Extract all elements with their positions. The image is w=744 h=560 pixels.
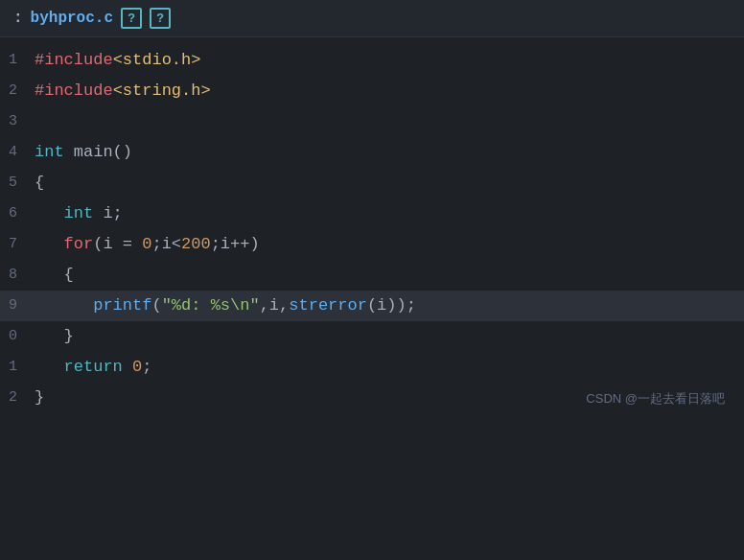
code-token xyxy=(35,296,93,315)
line-content: #include<stdio.h> xyxy=(27,45,200,76)
code-line: 5{ xyxy=(0,168,744,198)
line-number: 8 xyxy=(0,260,27,291)
line-content: return 0; xyxy=(27,352,151,383)
code-token: int xyxy=(35,143,64,161)
line-number: 1 xyxy=(0,352,27,383)
code-token: return xyxy=(64,358,123,376)
code-token: #include xyxy=(35,82,113,100)
code-token xyxy=(35,358,64,376)
code-line: 4int main() xyxy=(0,137,744,168)
code-line: 0 } xyxy=(0,321,744,352)
code-token: ;i++) xyxy=(211,235,260,253)
line-number: 9 xyxy=(0,291,27,321)
code-token: 0 xyxy=(132,358,142,376)
code-line: 2#include<string.h> xyxy=(0,76,744,106)
line-number: 3 xyxy=(0,106,27,137)
line-content: } xyxy=(27,383,44,413)
line-content: for(i = 0;i<200;i++) xyxy=(27,229,260,260)
title-filename: byhproc.c xyxy=(31,10,113,27)
code-line: 8 { xyxy=(0,260,744,291)
code-line: 9 printf("%d: %s\n",i,strerror(i)); xyxy=(0,291,744,321)
code-line: 1#include<stdio.h> xyxy=(0,45,744,76)
code-token: { xyxy=(35,266,74,284)
watermark: CSDN @一起去看日落吧 xyxy=(586,390,725,408)
code-token: #include xyxy=(35,51,113,69)
line-number: 7 xyxy=(0,229,27,260)
code-token: (i = xyxy=(93,235,142,253)
line-number: 1 xyxy=(0,45,27,76)
code-token: printf xyxy=(93,296,151,315)
code-line: 6 int i; xyxy=(0,198,744,229)
line-number: 0 xyxy=(0,321,27,352)
code-token: "%d: %s\n" xyxy=(162,296,260,315)
code-token xyxy=(35,204,64,222)
line-content: #include<string.h> xyxy=(27,76,211,106)
code-token: } xyxy=(35,388,44,407)
line-content: { xyxy=(27,168,44,198)
line-content xyxy=(27,106,35,137)
line-number: 4 xyxy=(0,137,27,168)
title-icon-2[interactable]: ? xyxy=(150,8,171,29)
line-number: 6 xyxy=(0,198,27,229)
code-token: main() xyxy=(64,143,132,161)
line-number: 2 xyxy=(0,383,27,413)
code-line: 1 return 0; xyxy=(0,352,744,383)
code-token: strerror xyxy=(289,296,367,315)
code-token: int xyxy=(64,204,94,222)
code-token: for xyxy=(64,235,94,253)
title-colon: : xyxy=(13,10,23,27)
code-token: 200 xyxy=(181,235,211,253)
code-token: ; xyxy=(142,358,151,376)
line-number: 5 xyxy=(0,168,27,198)
code-token: 0 xyxy=(142,235,151,253)
line-content: printf("%d: %s\n",i,strerror(i)); xyxy=(27,291,416,321)
title-bar: : byhproc.c ? ? xyxy=(0,0,744,37)
line-content: { xyxy=(27,260,74,291)
code-token: { xyxy=(35,174,44,192)
line-number: 2 xyxy=(0,76,27,106)
code-token: ( xyxy=(151,296,161,315)
title-icon-1[interactable]: ? xyxy=(121,8,142,29)
code-line: 7 for(i = 0;i<200;i++) xyxy=(0,229,744,260)
code-token: i; xyxy=(93,204,123,222)
code-token xyxy=(123,358,132,376)
line-content: int i; xyxy=(27,198,123,229)
code-line: 3 xyxy=(0,106,744,137)
line-content: } xyxy=(27,321,74,352)
code-area: 1#include<stdio.h>2#include<string.h>34i… xyxy=(0,37,744,421)
code-token: ,i, xyxy=(260,296,290,315)
code-token: ;i< xyxy=(151,235,181,253)
code-token: (i)); xyxy=(367,296,416,315)
code-token: } xyxy=(35,327,74,345)
code-token: <stdio.h> xyxy=(113,51,201,69)
line-content: int main() xyxy=(27,137,132,168)
code-token xyxy=(35,235,64,253)
code-token: <string.h> xyxy=(113,82,211,100)
